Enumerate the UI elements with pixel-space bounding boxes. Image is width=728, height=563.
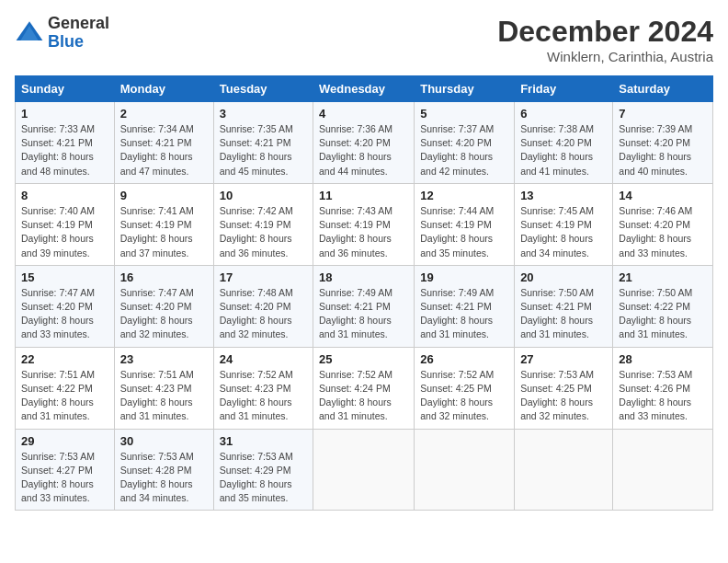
location-title: Winklern, Carinthia, Austria bbox=[497, 49, 713, 64]
weekday-header-tuesday: Tuesday bbox=[213, 76, 313, 102]
day-number: 3 bbox=[220, 107, 307, 121]
day-number: 10 bbox=[220, 189, 307, 202]
weekday-header-saturday: Saturday bbox=[613, 76, 713, 102]
day-info: Sunrise: 7:53 AM Sunset: 4:25 PM Dayligh… bbox=[520, 368, 607, 424]
day-number: 30 bbox=[120, 434, 208, 448]
day-number: 6 bbox=[520, 107, 607, 121]
calendar-cell: 11 Sunrise: 7:43 AM Sunset: 4:19 PM Dayl… bbox=[313, 183, 415, 265]
title-section: December 2024 Winklern, Carinthia, Austr… bbox=[497, 15, 713, 64]
calendar-cell: 5 Sunrise: 7:37 AM Sunset: 4:20 PM Dayli… bbox=[415, 102, 515, 184]
calendar-cell bbox=[515, 429, 613, 511]
day-number: 26 bbox=[420, 352, 508, 366]
calendar-cell bbox=[313, 429, 415, 511]
day-number: 27 bbox=[520, 352, 607, 366]
calendar-cell: 15 Sunrise: 7:47 AM Sunset: 4:20 PM Dayl… bbox=[16, 265, 115, 347]
day-info: Sunrise: 7:42 AM Sunset: 4:19 PM Dayligh… bbox=[220, 204, 307, 260]
logo-icon bbox=[15, 18, 44, 48]
day-number: 22 bbox=[21, 352, 108, 366]
calendar-cell: 10 Sunrise: 7:42 AM Sunset: 4:19 PM Dayl… bbox=[213, 183, 313, 265]
day-number: 2 bbox=[120, 107, 208, 121]
day-number: 1 bbox=[21, 107, 108, 121]
day-info: Sunrise: 7:49 AM Sunset: 4:21 PM Dayligh… bbox=[319, 286, 408, 342]
calendar-cell: 13 Sunrise: 7:45 AM Sunset: 4:19 PM Dayl… bbox=[515, 183, 613, 265]
day-number: 11 bbox=[319, 189, 408, 202]
weekday-header-monday: Monday bbox=[114, 76, 213, 102]
calendar-table: SundayMondayTuesdayWednesdayThursdayFrid… bbox=[15, 75, 713, 511]
calendar-cell: 2 Sunrise: 7:34 AM Sunset: 4:21 PM Dayli… bbox=[114, 102, 213, 184]
day-info: Sunrise: 7:52 AM Sunset: 4:24 PM Dayligh… bbox=[319, 368, 408, 424]
day-info: Sunrise: 7:51 AM Sunset: 4:22 PM Dayligh… bbox=[21, 368, 108, 424]
calendar-cell: 29 Sunrise: 7:53 AM Sunset: 4:27 PM Dayl… bbox=[16, 429, 115, 511]
month-title: December 2024 bbox=[497, 15, 713, 49]
calendar-week-row: 15 Sunrise: 7:47 AM Sunset: 4:20 PM Dayl… bbox=[16, 265, 713, 347]
calendar-week-row: 22 Sunrise: 7:51 AM Sunset: 4:22 PM Dayl… bbox=[16, 347, 713, 429]
calendar-cell: 30 Sunrise: 7:53 AM Sunset: 4:28 PM Dayl… bbox=[114, 429, 213, 511]
day-info: Sunrise: 7:37 AM Sunset: 4:20 PM Dayligh… bbox=[420, 122, 508, 178]
day-number: 5 bbox=[420, 107, 508, 121]
day-info: Sunrise: 7:47 AM Sunset: 4:20 PM Dayligh… bbox=[21, 286, 108, 342]
calendar-cell: 22 Sunrise: 7:51 AM Sunset: 4:22 PM Dayl… bbox=[16, 347, 115, 429]
day-number: 7 bbox=[619, 107, 707, 121]
day-number: 16 bbox=[120, 270, 208, 284]
calendar-cell bbox=[613, 429, 713, 511]
calendar-cell: 4 Sunrise: 7:36 AM Sunset: 4:20 PM Dayli… bbox=[313, 102, 415, 184]
day-info: Sunrise: 7:35 AM Sunset: 4:21 PM Dayligh… bbox=[220, 122, 307, 178]
calendar-cell: 14 Sunrise: 7:46 AM Sunset: 4:20 PM Dayl… bbox=[613, 183, 713, 265]
calendar-cell: 25 Sunrise: 7:52 AM Sunset: 4:24 PM Dayl… bbox=[313, 347, 415, 429]
day-number: 20 bbox=[520, 270, 607, 284]
day-info: Sunrise: 7:52 AM Sunset: 4:23 PM Dayligh… bbox=[220, 368, 307, 424]
logo-text: General Blue bbox=[48, 15, 109, 52]
calendar-week-row: 8 Sunrise: 7:40 AM Sunset: 4:19 PM Dayli… bbox=[16, 183, 713, 265]
calendar-cell bbox=[415, 429, 515, 511]
calendar-cell: 19 Sunrise: 7:49 AM Sunset: 4:21 PM Dayl… bbox=[415, 265, 515, 347]
logo-blue: Blue bbox=[48, 32, 84, 51]
day-number: 19 bbox=[420, 270, 508, 284]
calendar-week-row: 1 Sunrise: 7:33 AM Sunset: 4:21 PM Dayli… bbox=[16, 102, 713, 184]
day-info: Sunrise: 7:40 AM Sunset: 4:19 PM Dayligh… bbox=[21, 204, 108, 260]
calendar-cell: 3 Sunrise: 7:35 AM Sunset: 4:21 PM Dayli… bbox=[213, 102, 313, 184]
day-number: 28 bbox=[619, 352, 707, 366]
page-header: General Blue December 2024 Winklern, Car… bbox=[15, 15, 713, 64]
day-number: 18 bbox=[319, 270, 408, 284]
day-number: 13 bbox=[520, 189, 607, 202]
day-number: 29 bbox=[21, 434, 108, 448]
logo: General Blue bbox=[15, 15, 109, 52]
calendar-cell: 17 Sunrise: 7:48 AM Sunset: 4:20 PM Dayl… bbox=[213, 265, 313, 347]
calendar-cell: 9 Sunrise: 7:41 AM Sunset: 4:19 PM Dayli… bbox=[114, 183, 213, 265]
day-number: 21 bbox=[619, 270, 707, 284]
day-number: 25 bbox=[319, 352, 408, 366]
calendar-cell: 28 Sunrise: 7:53 AM Sunset: 4:26 PM Dayl… bbox=[613, 347, 713, 429]
calendar-cell: 1 Sunrise: 7:33 AM Sunset: 4:21 PM Dayli… bbox=[16, 102, 115, 184]
day-info: Sunrise: 7:36 AM Sunset: 4:20 PM Dayligh… bbox=[319, 122, 408, 178]
calendar-cell: 21 Sunrise: 7:50 AM Sunset: 4:22 PM Dayl… bbox=[613, 265, 713, 347]
calendar-cell: 26 Sunrise: 7:52 AM Sunset: 4:25 PM Dayl… bbox=[415, 347, 515, 429]
calendar-cell: 23 Sunrise: 7:51 AM Sunset: 4:23 PM Dayl… bbox=[114, 347, 213, 429]
day-info: Sunrise: 7:53 AM Sunset: 4:26 PM Dayligh… bbox=[619, 368, 707, 424]
calendar-cell: 6 Sunrise: 7:38 AM Sunset: 4:20 PM Dayli… bbox=[515, 102, 613, 184]
day-number: 15 bbox=[21, 270, 108, 284]
day-number: 4 bbox=[319, 107, 408, 121]
calendar-cell: 24 Sunrise: 7:52 AM Sunset: 4:23 PM Dayl… bbox=[213, 347, 313, 429]
day-info: Sunrise: 7:39 AM Sunset: 4:20 PM Dayligh… bbox=[619, 122, 707, 178]
day-info: Sunrise: 7:45 AM Sunset: 4:19 PM Dayligh… bbox=[520, 204, 607, 260]
day-info: Sunrise: 7:38 AM Sunset: 4:20 PM Dayligh… bbox=[520, 122, 607, 178]
day-info: Sunrise: 7:43 AM Sunset: 4:19 PM Dayligh… bbox=[319, 204, 408, 260]
day-number: 23 bbox=[120, 352, 208, 366]
day-number: 31 bbox=[220, 434, 307, 448]
day-info: Sunrise: 7:51 AM Sunset: 4:23 PM Dayligh… bbox=[120, 368, 208, 424]
calendar-cell: 27 Sunrise: 7:53 AM Sunset: 4:25 PM Dayl… bbox=[515, 347, 613, 429]
day-info: Sunrise: 7:34 AM Sunset: 4:21 PM Dayligh… bbox=[120, 122, 208, 178]
calendar-cell: 31 Sunrise: 7:53 AM Sunset: 4:29 PM Dayl… bbox=[213, 429, 313, 511]
day-info: Sunrise: 7:50 AM Sunset: 4:22 PM Dayligh… bbox=[619, 286, 707, 342]
day-info: Sunrise: 7:46 AM Sunset: 4:20 PM Dayligh… bbox=[619, 204, 707, 260]
weekday-header-sunday: Sunday bbox=[16, 76, 115, 102]
weekday-header-wednesday: Wednesday bbox=[313, 76, 415, 102]
day-info: Sunrise: 7:53 AM Sunset: 4:27 PM Dayligh… bbox=[21, 450, 108, 506]
day-info: Sunrise: 7:50 AM Sunset: 4:21 PM Dayligh… bbox=[520, 286, 607, 342]
day-number: 8 bbox=[21, 189, 108, 202]
calendar-cell: 20 Sunrise: 7:50 AM Sunset: 4:21 PM Dayl… bbox=[515, 265, 613, 347]
day-info: Sunrise: 7:44 AM Sunset: 4:19 PM Dayligh… bbox=[420, 204, 508, 260]
day-number: 14 bbox=[619, 189, 707, 202]
day-info: Sunrise: 7:48 AM Sunset: 4:20 PM Dayligh… bbox=[220, 286, 307, 342]
day-number: 9 bbox=[120, 189, 208, 202]
